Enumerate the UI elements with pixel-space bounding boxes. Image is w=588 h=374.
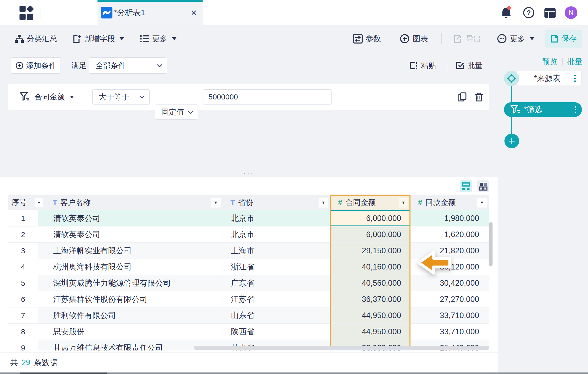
cell-customer-name[interactable]: 江苏集群软件股份有限公司 bbox=[45, 291, 223, 307]
cell-serial[interactable]: 8 bbox=[8, 324, 45, 340]
duplicate-condition-icon[interactable] bbox=[457, 92, 467, 102]
column-header-customer-name[interactable]: T 客户名称 ▼ bbox=[45, 195, 223, 210]
help-icon[interactable]: ? bbox=[523, 7, 534, 18]
row-number[interactable]: 5 bbox=[8, 275, 38, 291]
add-condition-button[interactable]: 添加条件 bbox=[11, 57, 61, 74]
source-table-node-icon[interactable] bbox=[504, 71, 519, 86]
row-number[interactable]: 9 bbox=[8, 340, 38, 350]
preview-link[interactable]: 预览 bbox=[542, 57, 558, 67]
cell-province[interactable]: 浙江省 bbox=[223, 259, 330, 275]
horizontal-scrollbar[interactable] bbox=[194, 346, 489, 350]
tab-analysis-sheet[interactable]: *分析表1 ✕ bbox=[97, 0, 203, 25]
cell-serial[interactable]: 1 bbox=[8, 210, 45, 226]
match-type-select[interactable]: 全部条件 bbox=[89, 57, 167, 74]
column-header-contract-amount[interactable]: # 合同金额 ▼ bbox=[330, 195, 410, 210]
condition-value-type-select[interactable]: 固定值 bbox=[155, 105, 198, 120]
cell-payment-amount[interactable]: 1,620,000 bbox=[410, 226, 489, 243]
node-menu-icon[interactable] bbox=[575, 106, 576, 113]
cell-payment-amount[interactable]: 33,710,000 bbox=[410, 307, 489, 324]
paste-button[interactable]: 粘贴 bbox=[409, 57, 436, 74]
batch-button[interactable]: 批量 bbox=[456, 57, 483, 74]
source-table-node[interactable]: *来源表 bbox=[517, 71, 581, 86]
column-dropdown-icon[interactable]: ▼ bbox=[35, 198, 43, 207]
cell-serial[interactable]: 6 bbox=[8, 291, 45, 307]
row-number[interactable]: 8 bbox=[8, 324, 38, 340]
cell-contract-amount[interactable]: 6,000,000 bbox=[330, 210, 410, 226]
row-number[interactable]: 7 bbox=[8, 307, 38, 323]
row-number[interactable]: 1 bbox=[8, 210, 38, 226]
column-dropdown-icon[interactable]: ▼ bbox=[477, 198, 487, 207]
node-label: *筛选 bbox=[524, 104, 542, 115]
cell-contract-amount[interactable]: 40,560,000 bbox=[330, 275, 410, 291]
cell-contract-amount[interactable]: 44,950,000 bbox=[330, 324, 410, 340]
export-button[interactable]: 导出 bbox=[453, 25, 481, 52]
node-menu-icon[interactable] bbox=[574, 75, 576, 82]
cell-customer-name[interactable]: 思安股份 bbox=[45, 324, 223, 340]
sidebar-links-divider bbox=[562, 58, 563, 66]
column-dropdown-icon[interactable]: ▼ bbox=[211, 198, 221, 207]
column-header-province[interactable]: T 省份 ▼ bbox=[223, 195, 330, 210]
cell-serial[interactable]: 4 bbox=[8, 259, 45, 275]
card-view-toggle[interactable] bbox=[477, 180, 489, 192]
cell-customer-name[interactable]: 杭州奥海科技有限公司 bbox=[45, 259, 223, 275]
cell-customer-name[interactable]: 上海洋帆实业有限公司 bbox=[45, 243, 223, 259]
cell-customer-name[interactable]: 清软英泰公司 bbox=[45, 210, 223, 226]
export-icon bbox=[453, 34, 463, 44]
add-field-button[interactable]: 新增字段 bbox=[72, 25, 124, 52]
workspace-layout-icon[interactable] bbox=[544, 8, 556, 19]
cell-province[interactable]: 江苏省 bbox=[223, 291, 330, 307]
cell-contract-amount[interactable]: 6,000,000 bbox=[330, 226, 410, 243]
cell-payment-amount[interactable]: 1,980,000 bbox=[410, 210, 489, 226]
condition-field-label: 合同金额 bbox=[34, 92, 65, 102]
condition-operator-select[interactable]: 大于等于 bbox=[92, 89, 150, 105]
cell-serial[interactable]: 2 bbox=[8, 226, 45, 243]
cell-serial[interactable]: 7 bbox=[8, 307, 45, 324]
panel-resize-handle[interactable]: ··· bbox=[240, 169, 258, 176]
cell-payment-amount[interactable]: 27,270,000 bbox=[410, 291, 489, 307]
save-button[interactable]: 保存 bbox=[545, 30, 582, 48]
table-view-toggle[interactable] bbox=[460, 180, 472, 192]
column-dropdown-icon[interactable]: ▼ bbox=[319, 198, 328, 207]
cell-serial[interactable]: 9 bbox=[8, 340, 45, 350]
filter-node[interactable]: *筛选 bbox=[504, 102, 582, 117]
add-node-button[interactable]: + bbox=[504, 134, 519, 148]
cell-province[interactable]: 广东省 bbox=[223, 275, 330, 291]
column-header-serial[interactable]: 序号 ▼ bbox=[8, 195, 45, 210]
row-number[interactable]: 6 bbox=[8, 291, 38, 307]
classify-summary-button[interactable]: 分类汇总 bbox=[15, 25, 57, 52]
more-circle-icon bbox=[497, 34, 507, 44]
cell-contract-amount[interactable]: 40,160,000 bbox=[330, 259, 410, 275]
column-header-payment-amount[interactable]: # 回款金额 ▼ bbox=[410, 195, 489, 210]
cell-serial[interactable]: 5 bbox=[8, 275, 45, 291]
vertical-scrollbar[interactable] bbox=[489, 222, 493, 266]
params-button[interactable]: 参数 bbox=[353, 25, 381, 52]
cell-customer-name[interactable]: 清软英泰公司 bbox=[45, 226, 223, 243]
cell-province[interactable]: 陕西省 bbox=[223, 324, 330, 340]
row-number[interactable]: 3 bbox=[8, 243, 38, 259]
condition-field-select[interactable]: 合同金额 bbox=[34, 84, 65, 110]
cell-province[interactable]: 北京市 bbox=[223, 210, 330, 226]
condition-value-input[interactable] bbox=[203, 89, 332, 105]
delete-condition-icon[interactable] bbox=[474, 92, 484, 102]
cell-contract-amount[interactable]: 36,370,000 bbox=[330, 291, 410, 307]
row-number[interactable]: 4 bbox=[8, 259, 38, 275]
batch-link[interactable]: 批量 bbox=[567, 57, 582, 67]
cell-province[interactable]: 上海市 bbox=[223, 243, 330, 259]
cell-customer-name[interactable]: 胜利软件有限公司 bbox=[45, 307, 223, 324]
app-logo-icon[interactable] bbox=[19, 5, 34, 21]
user-avatar[interactable]: N bbox=[565, 6, 577, 19]
more-left-button[interactable]: 更多 bbox=[140, 25, 177, 52]
cell-serial[interactable]: 3 bbox=[8, 243, 45, 259]
column-dropdown-icon[interactable]: ▼ bbox=[399, 198, 408, 207]
cell-province[interactable]: 山东省 bbox=[223, 307, 330, 324]
more-right-button[interactable]: 更多 bbox=[497, 25, 534, 52]
row-number[interactable]: 2 bbox=[8, 226, 38, 242]
cell-province[interactable]: 北京市 bbox=[223, 226, 330, 243]
tab-close-icon[interactable]: ✕ bbox=[191, 0, 197, 25]
chart-button[interactable]: 图表 bbox=[400, 25, 428, 52]
cell-contract-amount[interactable]: 29,150,000 bbox=[330, 243, 410, 259]
cell-payment-amount[interactable]: 30,420,000 bbox=[410, 275, 489, 291]
cell-payment-amount[interactable]: 33,710,000 bbox=[410, 324, 489, 340]
cell-customer-name[interactable]: 深圳英威腾佳力能源管理有限公司 bbox=[45, 275, 223, 291]
cell-contract-amount[interactable]: 44,950,000 bbox=[330, 307, 410, 324]
